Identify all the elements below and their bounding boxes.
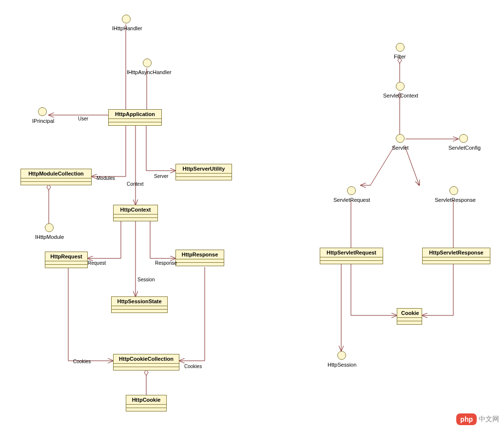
interface-iprincipal-label: IPrincipal <box>32 118 54 124</box>
class-httpservletresponse: HttpServletResponse <box>422 248 490 264</box>
class-httpcookie: HttpCookie <box>126 395 167 411</box>
class-httpapplication: HttpApplication <box>108 109 162 126</box>
edge-request-label: Request <box>88 260 106 266</box>
class-httpapplication-title: HttpApplication <box>109 110 161 119</box>
class-httpmodulecollection-title: HttpModuleCollection <box>21 169 91 178</box>
class-httpcontext: HttpContext <box>113 205 158 221</box>
class-httpcookie-title: HttpCookie <box>126 395 166 405</box>
class-httpserverutility-title: HttpServerUtility <box>176 164 232 174</box>
interface-ihttpasynchandler-icon <box>143 59 152 67</box>
watermark: php 中文网 <box>456 413 499 425</box>
interface-filter-label: Filter <box>394 54 406 59</box>
class-httpcookiecollection-title: HttpCookieCollection <box>114 354 179 364</box>
class-httpresponse: HttpResponse <box>175 250 224 266</box>
interface-ihttphandler-label: IHttpHandler <box>112 25 142 31</box>
interface-servlet-icon <box>396 134 405 143</box>
uml-diagram: IHttpHandler IHttpAsyncHandler IPrincipa… <box>0 0 504 430</box>
edge-context-label: Context <box>127 181 143 187</box>
class-httprequest-title: HttpRequest <box>45 252 87 261</box>
watermark-text: 中文网 <box>479 415 499 424</box>
class-httpservletrequest-title: HttpServletRequest <box>320 248 383 257</box>
class-httpsessionstate: HttpSessionState <box>111 296 168 313</box>
edge-cookies1-label: Cookies <box>73 359 91 364</box>
interface-ihttpmodule-icon <box>45 223 54 232</box>
class-httpcontext-title: HttpContext <box>114 205 157 215</box>
interface-servletconfig-icon <box>459 134 468 143</box>
watermark-logo: php <box>456 413 477 425</box>
interface-servletcontext-label: ServletContext <box>383 93 418 98</box>
class-httpservletresponse-title: HttpServletResponse <box>423 248 490 257</box>
class-cookie-title: Cookie <box>397 309 422 318</box>
interface-ihttpasynchandler-label: IHttpAsyncHandler <box>127 69 172 75</box>
interface-httpsession-label: HttpSession <box>328 362 356 368</box>
interface-servletcontext-icon <box>396 82 405 91</box>
edge-modules-label: Modules <box>97 176 115 181</box>
class-httpserverutility: HttpServerUtility <box>175 164 232 180</box>
edge-response-label: Response <box>155 260 177 266</box>
diagram-connectors <box>0 0 504 430</box>
interface-ihttphandler-icon <box>122 15 131 23</box>
class-httprequest: HttpRequest <box>45 252 88 268</box>
interface-servletrequest-icon <box>347 186 356 195</box>
interface-ihttpmodule-label: IHttpModule <box>35 234 64 240</box>
interface-servlet-label: Servlet <box>392 145 408 151</box>
edge-session-label: Session <box>137 277 155 282</box>
interface-filter-icon <box>396 43 405 52</box>
edge-user-label: User <box>78 116 88 121</box>
class-httpmodulecollection: HttpModuleCollection <box>20 169 92 185</box>
interface-httpsession-icon <box>337 351 346 360</box>
interface-servletconfig-label: ServletConfig <box>448 145 481 151</box>
interface-servletresponse-label: ServletResponse <box>435 197 476 203</box>
interface-servletrequest-label: ServletRequest <box>333 197 370 203</box>
class-httpsessionstate-title: HttpSessionState <box>112 297 167 306</box>
class-httpcookiecollection: HttpCookieCollection <box>113 354 179 371</box>
class-httpservletrequest: HttpServletRequest <box>320 248 383 264</box>
edge-cookies2-label: Cookies <box>184 364 202 369</box>
interface-iprincipal-icon <box>38 107 47 116</box>
class-httpresponse-title: HttpResponse <box>176 250 224 259</box>
class-cookie: Cookie <box>397 308 422 325</box>
edge-server-label: Server <box>154 174 168 179</box>
interface-servletresponse-icon <box>449 186 458 195</box>
